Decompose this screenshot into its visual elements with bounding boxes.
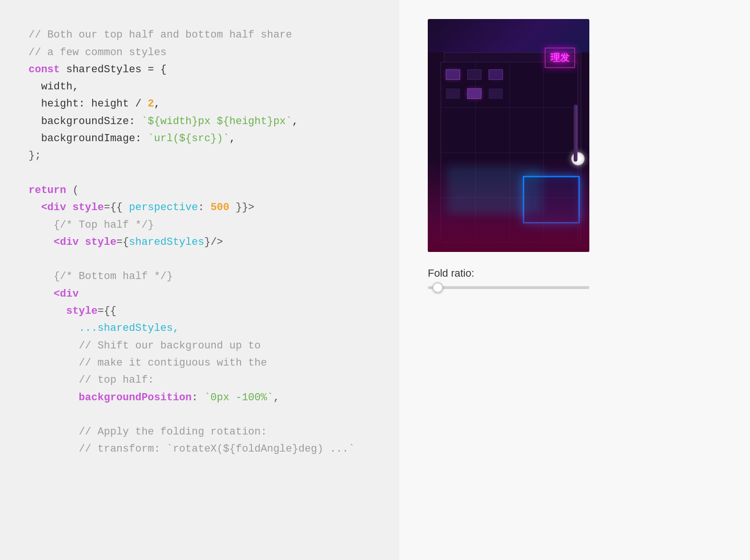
keyword-return: return [29,184,66,196]
comment-line-1: // Both our top half and bottom half sha… [29,29,292,41]
neon-sign: 理发 [545,48,575,68]
fold-ratio-label: Fold ratio: [428,267,474,280]
slider-container[interactable] [428,286,589,289]
preview-panel: 理发 Fold ratio: [399,0,750,560]
slider-thumb[interactable] [433,282,443,293]
image-preview: 理发 [428,19,589,252]
code-panel: // Both our top half and bottom half sha… [0,0,399,560]
code-editor: // Both our top half and bottom half sha… [29,10,380,475]
keyword-const: const [29,64,60,76]
neon-building-image: 理发 [428,19,589,252]
slider-track[interactable] [428,286,589,289]
comment-line-2: // a few common styles [29,47,166,58]
var-name: sharedStyles [60,64,148,76]
